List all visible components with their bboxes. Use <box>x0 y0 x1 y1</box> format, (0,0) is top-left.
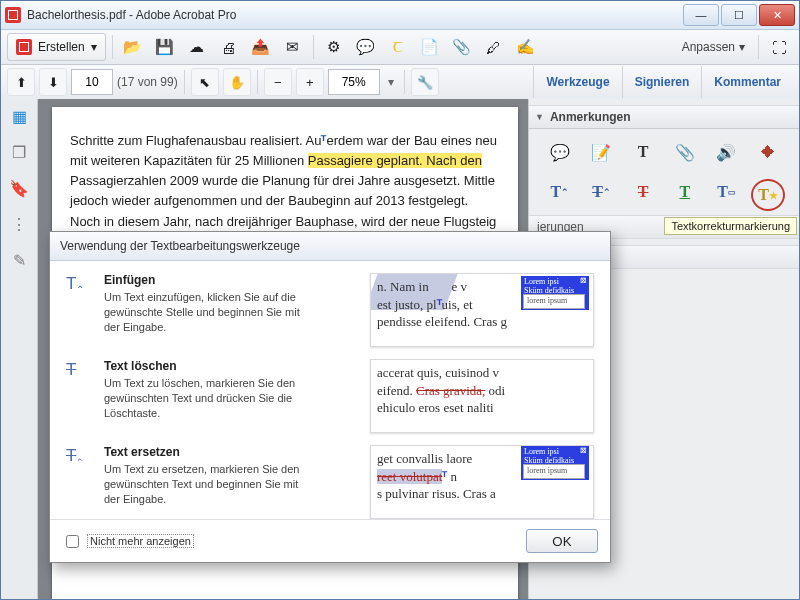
floppy-icon: 💾 <box>155 38 174 56</box>
text-tool[interactable]: T <box>628 139 658 165</box>
page-count: (17 von 99) <box>117 75 178 89</box>
sign-button[interactable]: ✍ <box>512 33 540 61</box>
signatures-tab[interactable]: ✎ <box>8 249 30 271</box>
cursor-icon: ⬉ <box>199 75 210 90</box>
stamp-icon: 🖊 <box>486 39 501 56</box>
tools-panel-button[interactable]: Werkzeuge <box>533 66 621 98</box>
gear-icon: ⚙ <box>327 38 340 56</box>
comment-button[interactable]: 💬 <box>352 33 380 61</box>
titlebar: Bachelorthesis.pdf - Adobe Acrobat Pro —… <box>1 1 799 30</box>
settings-button[interactable]: ⚙ <box>320 33 348 61</box>
hand-tool-button[interactable]: ✋ <box>223 68 251 96</box>
annotation-tools: 💬 📝 T 📎 🔊 🟆 T⌃ T⌃ T T T▭ T★ <box>529 129 799 215</box>
delete-comment-button[interactable]: 📄 <box>416 33 444 61</box>
attachments-tab[interactable]: ⋮ <box>8 213 30 235</box>
print-button[interactable]: 🖨 <box>215 33 243 61</box>
annotations-header[interactable]: ▼ Anmerkungen <box>529 106 799 129</box>
window-title: Bachelorthesis.pdf - Adobe Acrobat Pro <box>27 8 681 22</box>
comment-panel-button[interactable]: Kommentar <box>701 66 793 98</box>
replace-icon: T⌃ <box>66 445 90 519</box>
strikethrough-tool[interactable]: T <box>628 179 658 205</box>
pdf-icon <box>16 39 32 55</box>
app-window: Bachelorthesis.pdf - Adobe Acrobat Pro —… <box>0 0 800 600</box>
clip-icon: 📎 <box>452 38 471 56</box>
arrow-up-icon: ⬆ <box>16 75 27 90</box>
customize-button[interactable]: Anpassen ▾ <box>675 33 752 61</box>
nav-toolbar: ⬆ ⬇ (17 von 99) ⬉ ✋ − + ▾ 🔧 Werkzeuge Si… <box>1 65 799 100</box>
ok-button[interactable]: OK <box>526 529 598 553</box>
close-button[interactable]: ✕ <box>759 4 795 26</box>
dialog-title: Verwendung der Textbearbeitungswerkzeuge <box>50 232 610 261</box>
zoom-input[interactable] <box>328 69 380 95</box>
chevron-down-icon[interactable]: ▾ <box>384 75 398 89</box>
highlight-button[interactable]: Ꞇ <box>384 33 412 61</box>
tools-icon-button[interactable]: 🔧 <box>411 68 439 96</box>
stamp-button[interactable]: 🖊 <box>480 33 508 61</box>
cloud-up-icon: ☁ <box>189 38 204 56</box>
attach-file-tool[interactable]: 📎 <box>670 139 700 165</box>
dont-show-checkbox[interactable]: Nicht mehr anzeigen <box>62 532 194 551</box>
signature-icon: ✍ <box>516 38 535 56</box>
left-rail: ▦ ❐ 🔖 ⋮ ✎ <box>1 99 38 599</box>
next-page-button[interactable]: ⬇ <box>39 68 67 96</box>
replace-heading: Text ersetzen <box>104 445 356 459</box>
share-icon: 📤 <box>251 38 270 56</box>
expand-icon: ⛶ <box>772 39 787 56</box>
create-button[interactable]: Erstellen ▾ <box>7 33 106 61</box>
highlight-tool[interactable]: 📝 <box>586 139 616 165</box>
folder-open-icon: 📂 <box>123 38 142 56</box>
arrow-down-icon: ⬇ <box>48 75 59 90</box>
audio-tool[interactable]: 🔊 <box>711 139 741 165</box>
create-label: Erstellen <box>38 40 85 54</box>
insert-icon: T⌃ <box>66 273 90 347</box>
add-note-to-text-tool[interactable]: T▭ <box>711 179 741 205</box>
dont-show-input[interactable] <box>66 535 79 548</box>
delete-heading: Text löschen <box>104 359 356 373</box>
sign-panel-button[interactable]: Signieren <box>622 66 702 98</box>
envelope-icon: ✉ <box>286 38 299 56</box>
replace-text-tool[interactable]: T⌃ <box>586 179 616 205</box>
maximize-button[interactable]: ☐ <box>721 4 757 26</box>
attach-button[interactable]: 📎 <box>448 33 476 61</box>
page-x-icon: 📄 <box>420 38 439 56</box>
insert-heading: Einfügen <box>104 273 356 287</box>
chevron-down-icon: ▾ <box>739 40 745 54</box>
thumbnails-tab[interactable]: ▦ <box>8 105 30 127</box>
share-button[interactable]: 📤 <box>247 33 275 61</box>
cloud-button[interactable]: ☁ <box>183 33 211 61</box>
text-highlight-icon: Ꞇ <box>393 38 403 56</box>
delete-desc: Um Text zu löschen, markieren Sie den ge… <box>104 376 314 421</box>
open-button[interactable]: 📂 <box>119 33 147 61</box>
chevron-down-icon: ▾ <box>91 40 97 54</box>
minimize-button[interactable]: — <box>683 4 719 26</box>
app-icon <box>5 7 21 23</box>
hand-icon: ✋ <box>229 75 245 90</box>
delete-icon: T <box>66 359 90 433</box>
insert-text-tool[interactable]: T⌃ <box>545 179 575 205</box>
prev-page-button[interactable]: ⬆ <box>7 68 35 96</box>
bookmarks-tab[interactable]: 🔖 <box>8 177 30 199</box>
minus-icon: − <box>274 75 282 90</box>
replace-desc: Um Text zu ersetzen, markieren Sie den g… <box>104 462 314 507</box>
underline-tool[interactable]: T <box>670 179 700 205</box>
zoom-out-button[interactable]: − <box>264 68 292 96</box>
insert-desc: Um Text einzufügen, klicken Sie auf die … <box>104 290 314 335</box>
stamp-tool[interactable]: 🟆 <box>753 139 783 165</box>
pages-tab[interactable]: ❐ <box>8 141 30 163</box>
email-button[interactable]: ✉ <box>279 33 307 61</box>
delete-preview: accerat quis, cuisinod v eifend. Cras gr… <box>370 359 594 433</box>
speech-bubble-icon: 💬 <box>356 38 375 56</box>
collapse-icon: ▼ <box>535 112 544 122</box>
wrench-icon: 🔧 <box>417 75 433 90</box>
text-edit-dialog: Verwendung der Textbearbeitungswerkzeuge… <box>49 231 611 563</box>
text-correction-tool[interactable]: T★ <box>751 179 785 211</box>
select-tool-button[interactable]: ⬉ <box>191 68 219 96</box>
printer-icon: 🖨 <box>221 39 236 56</box>
insert-preview: n. Nam in e v est justo, plᵀuis, et pend… <box>370 273 594 347</box>
fullscreen-button[interactable]: ⛶ <box>765 33 793 61</box>
page-input[interactable] <box>71 69 113 95</box>
sticky-note-tool[interactable]: 💬 <box>545 139 575 165</box>
zoom-in-button[interactable]: + <box>296 68 324 96</box>
save-button[interactable]: 💾 <box>151 33 179 61</box>
tooltip: Textkorrekturmarkierung <box>664 217 797 235</box>
